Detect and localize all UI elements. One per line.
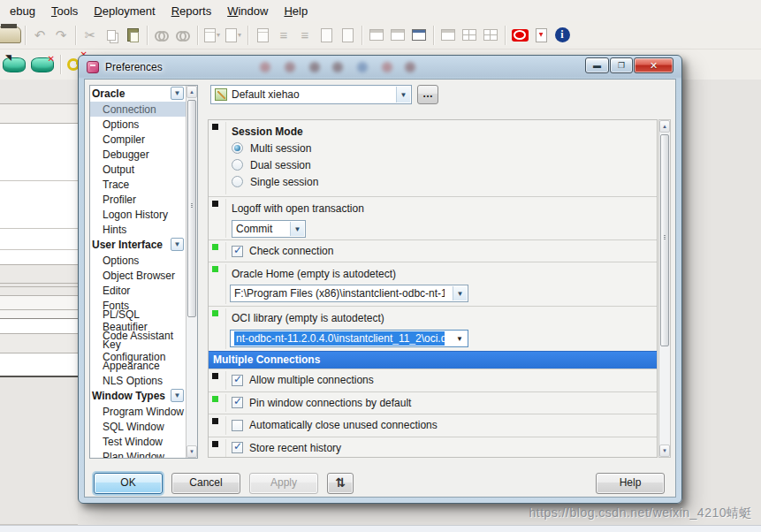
chevron-down-icon[interactable]: ▼ [290,222,304,236]
sidebar-item-output[interactable]: Output [90,162,186,177]
browse-preference-sets-button[interactable]: … [417,85,438,104]
sidebar-item-object-browser[interactable]: Object Browser [90,268,186,283]
cut-icon[interactable]: ✂ [80,25,101,46]
sidebar-item-options[interactable]: Options [90,117,186,132]
sidebar-item-trace[interactable]: Trace [90,177,186,192]
menu-item-reports[interactable]: Reports [164,2,220,20]
cancel-button[interactable]: Cancel [171,473,240,494]
scroll-up-icon[interactable]: ▲ [659,120,670,133]
preference-set-value: Default xiehao [232,88,300,101]
maximize-button[interactable]: ❐ [610,57,633,73]
scrollbar-thumb[interactable] [660,134,669,346]
chevron-down-icon[interactable]: ▼ [453,331,467,346]
sidebar-item-program-window[interactable]: Program Window [90,404,186,419]
sidebar-item-debugger[interactable]: Debugger [90,147,186,162]
pin-window-connections-by-default-checkbox[interactable] [232,397,243,408]
category-scrollbar[interactable]: ▲ ▼ [186,86,197,458]
outdent-icon[interactable]: ≡ [294,25,316,46]
find-icon[interactable] [151,25,172,46]
preference-set-icon [215,88,227,101]
sidebar-item-sql-window[interactable]: SQL Window [90,419,186,434]
sidebar-item-nls-options[interactable]: NLS Options [90,373,186,388]
allow-multiple-connections-checkbox[interactable] [232,375,243,386]
session-mode-title: Session Mode [232,125,657,138]
sidebar-item-options[interactable]: Options [90,253,186,268]
undo-icon[interactable]: ↶ [29,25,50,46]
info-icon[interactable]: i [552,25,573,46]
help-button[interactable]: Help [596,473,665,494]
rollback-icon[interactable]: ✕ [28,54,57,75]
scroll-up-icon[interactable]: ▲ [186,86,197,98]
preference-set-combobox[interactable]: Default xiehao ▼ [210,85,412,104]
menu-item-help[interactable]: Help [276,2,316,20]
menu-bar: ebugToolsDeploymentReportsWindowHelp [0,0,761,21]
sidebar-item-editor[interactable]: Editor [90,283,186,298]
automatically-close-unused-connections-checkbox[interactable] [232,420,243,431]
menu-item-deployment[interactable]: Deployment [86,2,163,20]
close-button[interactable]: ✕ [634,57,673,73]
sidebar-item-key-configuration[interactable]: Key Configuration [90,343,186,358]
glass-ghost-dot [260,62,270,72]
group-collapse-icon[interactable]: ▼ [171,87,184,100]
sidebar-item-pl-sql-beautifier[interactable]: PL/SQL Beautifier [90,313,186,328]
save-dropdown-icon[interactable]: ▾ [223,25,244,46]
group-collapse-icon[interactable]: ▼ [171,238,184,251]
scroll-down-icon[interactable]: ▼ [186,445,197,458]
page-prev-icon[interactable] [337,25,358,46]
chevron-down-icon[interactable]: ▼ [453,286,467,300]
single-session-radio[interactable] [232,176,243,187]
ok-button[interactable]: OK [94,473,163,494]
copy-icon[interactable] [101,25,122,46]
new-report-window-icon[interactable] [408,25,430,46]
apply-button[interactable]: Apply [249,473,318,494]
logoff-combobox[interactable]: Commit ▼ [232,220,306,238]
sidebar-item-test-window[interactable]: Test Window [90,434,186,449]
sidebar-item-connection[interactable]: Connection [90,102,186,117]
section-oracle-home: Oracle Home (empty is autodetect) F:\Pro… [209,262,657,306]
copy-preferences-button[interactable]: ⇅ [327,473,354,494]
sidebar-item-compiler[interactable]: Compiler [90,132,186,147]
radio-row-dual-session: Dual session [232,158,657,171]
describe-icon[interactable] [252,25,273,46]
open-dropdown-icon[interactable]: ▾ [202,25,223,46]
section-check-connection: Check connection [209,239,657,262]
minimize-button[interactable]: ▬ [585,57,609,73]
category-list: Oracle▼ConnectionOptionsCompilerDebugger… [89,85,198,459]
store-recent-history-checkbox[interactable] [232,442,243,453]
new-sql-window-icon[interactable] [387,25,408,46]
page-next-icon[interactable] [316,25,337,46]
redo-icon[interactable]: ↷ [50,25,72,46]
paste-icon[interactable] [122,25,143,46]
settings-scrollbar[interactable]: ▲ ▼ [658,119,671,458]
find-next-icon[interactable] [172,25,194,46]
indent-icon[interactable]: ≡ [273,25,294,46]
toolbar-separator [75,26,76,45]
sidebar-item-plan-window[interactable]: Plan Window [90,449,186,458]
multi-session-radio[interactable] [232,142,243,154]
cascade-windows-icon[interactable] [438,25,459,46]
dual-session-radio[interactable] [232,159,243,171]
menu-item-tools[interactable]: Tools [43,2,86,20]
print-icon[interactable] [0,25,21,46]
sidebar-item-hints[interactable]: Hints [90,222,186,237]
group-collapse-icon[interactable]: ▼ [171,389,184,402]
scroll-down-icon[interactable]: ▼ [659,445,670,457]
section-marker [212,266,218,272]
sidebar-item-logon-history[interactable]: Logon History [90,207,186,222]
new-program-window-icon[interactable] [366,25,387,46]
tile-vertical-icon[interactable] [480,25,501,46]
oracle-icon[interactable] [509,25,530,46]
chevron-down-icon[interactable]: ▼ [396,87,410,103]
tile-horizontal-icon[interactable] [459,25,480,46]
scrollbar-thumb[interactable] [187,100,196,317]
check-connection-checkbox[interactable] [232,246,243,257]
oracle-home-combobox[interactable]: F:\Program Files (x86)\instantclient-odb… [230,285,468,302]
pdf-icon[interactable] [530,25,552,46]
glass-ghost-dot [332,62,343,72]
commit-icon[interactable]: ◥ [0,54,28,75]
sidebar-item-profiler[interactable]: Profiler [90,192,186,207]
menu-item-window[interactable]: Window [219,2,276,20]
oci-library-combobox[interactable]: nt-odbc-nt-11.2.0.4.0\instantclient_11_2… [230,330,468,347]
dialog-titlebar[interactable]: Preferences ▬ ❐ ✕ [79,56,681,79]
menu-item-ebug[interactable]: ebug [2,2,43,20]
